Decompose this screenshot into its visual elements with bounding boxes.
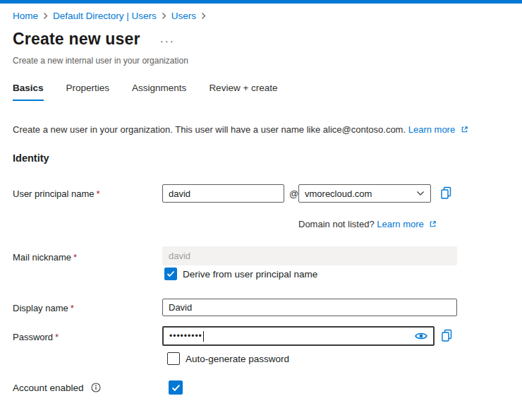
tab-assignments[interactable]: Assignments [132,83,186,101]
password-label-text: Password [13,332,53,342]
breadcrumb-chevron-icon [200,12,207,20]
account-enabled-label-text: Account enabled [13,383,84,393]
chevron-down-icon [416,191,425,196]
copy-upn-button[interactable] [440,186,452,200]
derive-checkbox[interactable] [164,268,177,280]
copy-password-button[interactable] [441,329,453,342]
breadcrumb-link-users[interactable]: Users [171,11,196,21]
password-label: Password* [13,332,59,342]
password-input[interactable]: ••••••••• [162,326,435,346]
check-icon [166,270,175,277]
top-accent-bar [0,0,522,4]
password-masked-value: ••••••••• [169,331,202,341]
text-caret [203,331,204,342]
required-asterisk: * [73,252,77,263]
account-enabled-checkbox[interactable] [169,380,183,395]
display-name-input[interactable] [162,299,457,316]
required-asterisk: * [71,303,74,313]
tab-basics[interactable]: Basics [13,83,44,101]
mail-nickname-input [162,246,457,265]
password-reveal-eye-icon[interactable] [414,331,428,341]
domain-learn-more-link[interactable]: Learn more [377,219,423,229]
breadcrumb-chevron-icon [161,12,167,20]
create-new-user-page: Home Default Directory | Users Users Cre… [0,0,522,420]
mail-nickname-label: Mail nickname* [13,252,77,263]
section-title-identity: Identity [13,152,49,164]
breadcrumb-link-home[interactable]: Home [13,11,38,21]
required-asterisk: * [55,332,59,342]
required-asterisk: * [97,188,100,199]
check-icon [169,355,178,362]
info-icon[interactable] [91,383,101,395]
more-menu-button[interactable]: ··· [160,35,175,47]
domain-select[interactable]: vmorecloud.com [298,184,431,203]
tab-review-create[interactable]: Review + create [209,83,277,101]
upn-label: User principal name* [13,188,100,199]
account-enabled-label: Account enabled [13,383,101,395]
mail-nickname-label-text: Mail nickname [13,252,71,263]
display-name-label-text: Display name [13,303,68,313]
learn-more-link[interactable]: Learn more [408,124,455,135]
autogen-password-label: Auto-generate password [186,354,289,364]
domain-help: Domain not listed? Learn more [298,219,437,230]
breadcrumb: Home Default Directory | Users Users [13,11,207,21]
derive-checkbox-label: Derive from user principal name [183,269,317,280]
domain-select-value: vmorecloud.com [305,188,372,199]
breadcrumb-chevron-icon [42,12,49,20]
page-header: Create new user ··· [13,30,175,49]
intro-text: Create a new user in your organization. … [13,124,468,136]
page-subtitle: Create a new internal user in your organ… [13,56,188,66]
at-symbol: @ [289,188,298,199]
autogen-password-checkbox[interactable] [167,352,180,365]
domain-help-text: Domain not listed? [298,219,375,229]
external-link-icon [429,220,437,230]
check-icon [171,384,181,392]
intro-sentence: Create a new user in your organization. … [13,124,406,135]
page-title: Create new user [13,30,140,49]
upn-label-text: User principal name [13,188,95,199]
display-name-label: Display name* [13,303,74,313]
tab-properties[interactable]: Properties [66,83,110,101]
external-link-icon [461,125,468,136]
breadcrumb-link-directory-users[interactable]: Default Directory | Users [53,11,157,21]
wizard-tabs: Basics Properties Assignments Review + c… [13,83,278,101]
upn-input[interactable] [162,184,284,203]
